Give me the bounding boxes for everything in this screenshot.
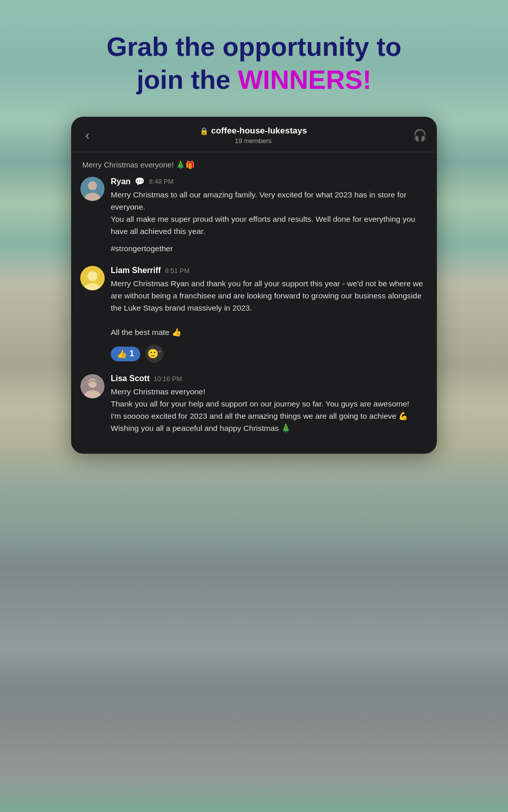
msg3-time: 10:16 PM [153, 375, 182, 383]
headline-line1: Grab the opportunity to [107, 30, 402, 63]
chat-title-row: 🔒 coffee-house-lukestays [200, 126, 307, 136]
msg1-icon: 💬 [135, 177, 145, 186]
avatar-liam [80, 266, 105, 290]
msg1-text: Merry Christmas to all our amazing famil… [111, 189, 428, 255]
lock-icon: 🔒 [200, 127, 208, 135]
reaction-count: 1 [130, 349, 134, 358]
msg3-header: Lisa Scott 10:16 PM [111, 374, 428, 383]
chat-container: ‹ 🔒 coffee-house-lukestays 19 members 🎧 … [71, 117, 437, 454]
msg2-time: 8:51 PM [165, 267, 189, 275]
members-count: 19 members [235, 137, 271, 145]
msg3-text: Merry Christmas everyone! Thank you all … [111, 386, 428, 434]
msg2-text: Merry Christmas Ryan and thank you for a… [111, 278, 428, 339]
chat-header-center: 🔒 coffee-house-lukestays 19 members [200, 126, 307, 145]
message-row: Lisa Scott 10:16 PM Merry Christmas ever… [80, 374, 428, 434]
headline-line2: join the WINNERS! [107, 63, 402, 96]
avatar-lisa [80, 374, 105, 398]
svg-point-7 [88, 379, 97, 388]
headline: Grab the opportunity to join the WINNERS… [107, 30, 402, 96]
chat-header: ‹ 🔒 coffee-house-lukestays 19 members 🎧 [71, 117, 437, 152]
add-reaction-button[interactable]: 🙂+ [145, 345, 164, 363]
msg1-sender: Ryan [111, 177, 131, 186]
message-row: Ryan 💬 8:48 PM Merry Christmas to all ou… [80, 177, 428, 255]
message-row: Liam Sherriff 8:51 PM Merry Christmas Ry… [80, 266, 428, 363]
msg1-time: 8:48 PM [149, 178, 173, 185]
msg2-sender: Liam Sherriff [111, 266, 161, 275]
reaction-emoji: 👍 [117, 349, 127, 359]
content-wrapper: Grab the opportunity to join the WINNERS… [0, 0, 508, 812]
headline-line2-plain: join the [137, 65, 238, 94]
truncated-message: Merry Christmas everyone! 🎄🎁 [80, 160, 428, 170]
headline-winners: WINNERS! [238, 65, 371, 94]
msg2-reactions: 👍 1 🙂+ [111, 345, 428, 363]
svg-point-4 [87, 271, 98, 281]
msg2-header: Liam Sherriff 8:51 PM [111, 266, 428, 275]
add-reaction-icon: 🙂+ [147, 348, 161, 359]
headphones-icon[interactable]: 🎧 [413, 129, 427, 142]
msg1-content: Ryan 💬 8:48 PM Merry Christmas to all ou… [111, 177, 428, 255]
svg-point-1 [88, 181, 97, 190]
msg1-header: Ryan 💬 8:48 PM [111, 177, 428, 186]
chat-body: Merry Christmas everyone! 🎄🎁 Ryan 💬 8:48… [71, 152, 437, 454]
msg2-content: Liam Sherriff 8:51 PM Merry Christmas Ry… [111, 266, 428, 363]
channel-name[interactable]: coffee-house-lukestays [211, 126, 307, 136]
thumbsup-reaction[interactable]: 👍 1 [111, 347, 140, 361]
msg1-hashtag: #strongertogether [111, 243, 428, 255]
msg3-sender: Lisa Scott [111, 374, 149, 383]
back-button[interactable]: ‹ [81, 126, 93, 145]
avatar-ryan [80, 177, 105, 201]
msg3-content: Lisa Scott 10:16 PM Merry Christmas ever… [111, 374, 428, 434]
